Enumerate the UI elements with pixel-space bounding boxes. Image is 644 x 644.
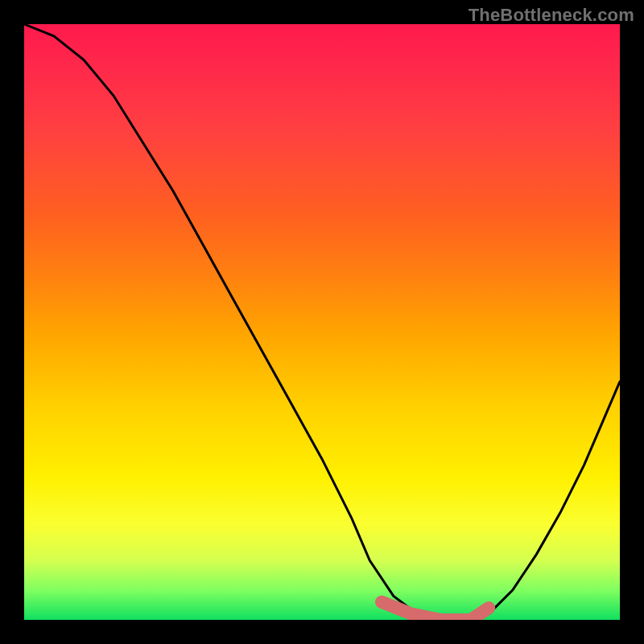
bottleneck-curve xyxy=(24,24,620,620)
plot-area xyxy=(24,24,620,620)
chart-frame: TheBottleneck.com xyxy=(0,0,644,644)
min-highlight-curve xyxy=(382,602,489,620)
watermark-text: TheBottleneck.com xyxy=(469,5,634,26)
curve-layer xyxy=(24,24,620,620)
